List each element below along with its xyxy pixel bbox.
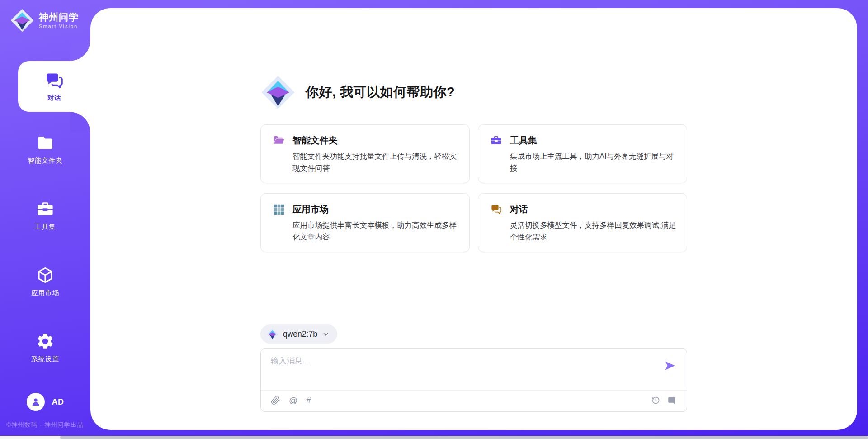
toolbox-icon — [490, 134, 502, 147]
send-icon — [664, 360, 676, 372]
sidebar-item-label: 系统设置 — [31, 355, 59, 363]
folder-icon — [36, 134, 55, 153]
sidebar: 神州问学 Smart Vision 对话 智能文件夹 工具集 应用市场 — [0, 0, 90, 439]
history-icon[interactable] — [651, 396, 660, 405]
card-description: 智能文件夹功能支持批量文件上传与清洗，轻松实现文件问答 — [292, 151, 459, 174]
attachment-icon[interactable] — [271, 396, 280, 405]
card-description: 集成市场上主流工具，助力AI与外界无缝扩展与对接 — [510, 151, 677, 174]
brand: 神州问学 Smart Vision — [10, 8, 79, 33]
mention-icon[interactable]: @ — [289, 396, 297, 405]
message-composer: @ # — [260, 348, 687, 412]
greeting-title: 你好, 我可以如何帮助你? — [306, 83, 455, 101]
sidebar-item-toolset[interactable]: 工具集 — [0, 190, 90, 241]
model-name: qwen2:7b — [283, 329, 317, 339]
sidebar-item-smart-folder[interactable]: 智能文件夹 — [0, 124, 90, 175]
user-account[interactable]: AD — [0, 393, 90, 411]
sidebar-item-label: 智能文件夹 — [28, 157, 63, 165]
horizontal-scrollbar-thumb[interactable] — [60, 436, 868, 439]
chat-icon — [490, 203, 502, 215]
person-icon — [30, 396, 41, 407]
card-title: 对话 — [510, 203, 528, 215]
conversations-icon[interactable] — [667, 396, 677, 405]
brand-diamond-logo-icon — [10, 8, 34, 33]
avatar — [27, 393, 45, 411]
copyright-text: ©神州数码 · 神州问学出品 — [6, 421, 84, 429]
send-button[interactable] — [664, 360, 676, 372]
cube-icon — [36, 266, 55, 285]
hashtag-icon[interactable]: # — [306, 396, 311, 405]
model-diamond-logo-icon — [266, 328, 278, 340]
main-content: 你好, 我可以如何帮助你? 智能文件夹 智能文件夹功能支持批量文件上传与清洗，轻… — [90, 8, 857, 430]
card-title: 工具集 — [510, 134, 537, 147]
card-smart-folder[interactable]: 智能文件夹 智能文件夹功能支持批量文件上传与清洗，轻松实现文件问答 — [260, 124, 470, 183]
model-selector[interactable]: qwen2:7b — [260, 324, 337, 344]
chevron-down-icon — [322, 330, 330, 338]
sidebar-item-app-market[interactable]: 应用市场 — [0, 256, 90, 307]
grid-icon — [273, 203, 285, 215]
card-title: 智能文件夹 — [292, 134, 338, 147]
active-tab-top-curve — [70, 41, 90, 61]
card-chat[interactable]: 对话 灵活切换多模型文件，支持多样回复效果调试,满足个性化需求 — [478, 193, 687, 252]
app-root: { "brand": {"name": "神州问学", "subtitle": … — [0, 0, 868, 439]
folder-open-icon — [273, 134, 285, 147]
gear-icon — [36, 332, 55, 351]
sidebar-item-label: 应用市场 — [31, 289, 59, 297]
greeting-diamond-logo-icon — [260, 75, 296, 110]
horizontal-scrollbar-track — [0, 436, 868, 439]
message-input[interactable] — [271, 355, 655, 386]
user-initials: AD — [52, 397, 64, 407]
card-title: 应用市场 — [292, 203, 329, 215]
composer-divider — [261, 390, 687, 391]
sidebar-item-label: 工具集 — [35, 223, 56, 231]
sidebar-item-settings[interactable]: 系统设置 — [0, 322, 90, 373]
card-app-market[interactable]: 应用市场 应用市场提供丰富长文本模板，助力高效生成多样化文章内容 — [260, 193, 470, 252]
card-description: 应用市场提供丰富长文本模板，助力高效生成多样化文章内容 — [292, 220, 459, 243]
chat-icon — [44, 71, 64, 91]
brand-name: 神州问学 — [39, 12, 79, 23]
card-description: 灵活切换多模型文件，支持多样回复效果调试,满足个性化需求 — [510, 220, 677, 243]
sidebar-item-chat[interactable]: 对话 — [18, 61, 90, 112]
card-toolset[interactable]: 工具集 集成市场上主流工具，助力AI与外界无缝扩展与对接 — [478, 124, 687, 183]
greeting: 你好, 我可以如何帮助你? — [260, 75, 687, 110]
composer-toolbar: @ # — [271, 396, 677, 405]
feature-cards: 智能文件夹 智能文件夹功能支持批量文件上传与清洗，轻松实现文件问答 工具集 集成… — [260, 124, 687, 252]
sidebar-item-label: 对话 — [47, 94, 61, 102]
brand-subtitle: Smart Vision — [39, 24, 79, 29]
toolbox-icon — [36, 200, 55, 219]
